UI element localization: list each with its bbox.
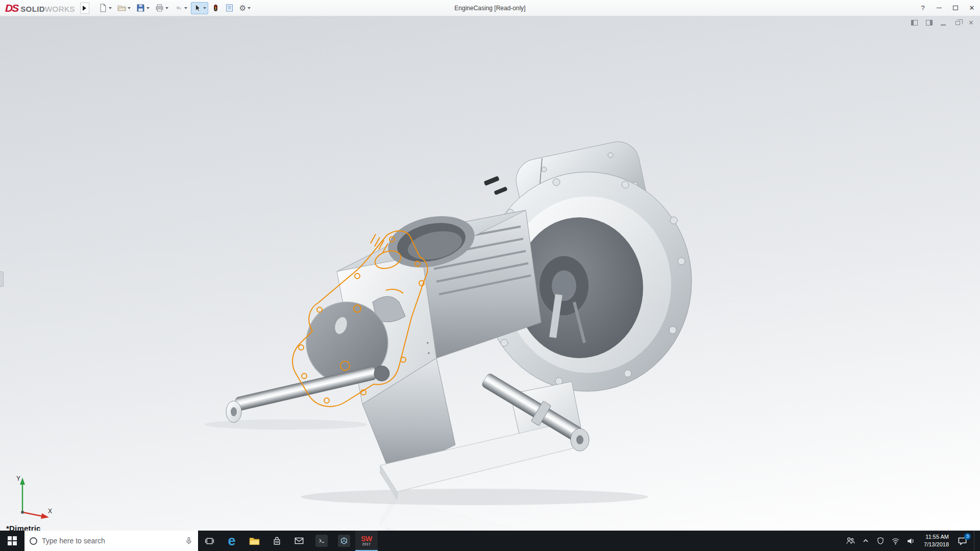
document-title: EngineCasing [Read-only] <box>454 5 525 12</box>
select-button[interactable] <box>191 2 208 14</box>
graphics-viewport[interactable]: Y X *Dimetric <box>0 16 980 531</box>
maximize-button[interactable] <box>947 0 964 16</box>
shield-icon[interactable] <box>876 537 885 545</box>
new-document-icon <box>99 4 107 12</box>
help-icon: ? <box>921 4 924 12</box>
taskbar-clock[interactable]: 11:55 AM 7/13/2018 <box>922 533 951 549</box>
triad-x-label: X <box>48 508 52 515</box>
taskbar-mail-button[interactable] <box>288 531 310 551</box>
save-icon <box>136 4 145 12</box>
undo-button[interactable] <box>172 2 189 14</box>
print-icon <box>155 4 164 12</box>
rebuild-icon <box>212 4 219 12</box>
chevron-down-icon[interactable] <box>109 7 112 9</box>
notification-badge: 3 <box>964 533 971 540</box>
solidworks-logo: DS SOLID WORKS <box>5 2 75 14</box>
engine-casing-model[interactable] <box>226 138 692 499</box>
volume-icon[interactable] <box>906 537 915 545</box>
help-button[interactable]: ? <box>915 0 931 16</box>
taskbar-store-button[interactable] <box>265 531 288 551</box>
chevron-down-icon[interactable] <box>128 7 131 9</box>
mail-icon <box>293 535 305 546</box>
store-icon <box>272 536 282 546</box>
solidworks-icon: SW 2017 <box>361 535 372 546</box>
undo-icon <box>174 4 183 12</box>
open-button[interactable] <box>115 2 133 14</box>
print-button[interactable] <box>153 2 170 14</box>
solidworks-letters: SW <box>361 535 372 542</box>
doc-restore-button[interactable] <box>955 21 960 25</box>
close-button[interactable]: ✕ <box>964 0 980 16</box>
select-cursor-icon <box>193 4 202 12</box>
taskbar-console-button[interactable] <box>310 531 333 551</box>
chevron-down-icon[interactable] <box>184 7 187 9</box>
microphone-icon[interactable] <box>185 537 193 545</box>
featuremanager-collapsed-tab[interactable] <box>0 271 4 287</box>
window-controls: ? ✕ <box>915 0 980 16</box>
chevron-down-icon[interactable] <box>165 7 168 9</box>
title-bar: DS SOLID WORKS <box>0 0 980 16</box>
doc-minimize-button[interactable] <box>941 24 946 26</box>
task-view-icon <box>204 536 215 546</box>
show-desktop-button[interactable] <box>974 531 978 551</box>
pane-left-icon[interactable] <box>911 20 918 26</box>
taskbar-edrawings-button[interactable] <box>333 531 355 551</box>
quick-access-toolbar: ⚙ <box>96 2 253 14</box>
floor-shadow <box>204 419 368 430</box>
edrawings-icon <box>338 535 350 547</box>
file-properties-icon <box>225 4 234 12</box>
triad-y-label: Y <box>16 475 20 482</box>
brand-text-bold: SOLID <box>20 5 45 13</box>
action-center-button[interactable]: 3 <box>958 536 967 546</box>
solidworks-year: 2017 <box>362 543 371 546</box>
network-icon[interactable] <box>891 537 900 545</box>
open-icon <box>117 4 126 12</box>
task-view-button[interactable] <box>198 531 220 551</box>
chevron-up-icon[interactable] <box>862 537 870 545</box>
system-tray: 11:55 AM 7/13/2018 3 <box>846 531 980 551</box>
edge-icon: e <box>228 534 235 548</box>
pane-right-icon[interactable] <box>926 20 933 26</box>
windows-logo-icon <box>8 536 17 545</box>
chevron-down-icon[interactable] <box>248 7 251 9</box>
chevron-down-icon[interactable] <box>203 7 206 9</box>
taskbar-search[interactable] <box>24 531 198 551</box>
maximize-icon <box>953 6 958 10</box>
start-button[interactable] <box>0 531 24 551</box>
save-button[interactable] <box>134 2 152 14</box>
orientation-triad-icon: Y X <box>7 470 54 519</box>
clock-time: 11:55 AM <box>925 533 949 541</box>
console-icon <box>315 535 328 547</box>
windows-taskbar: e SW 2017 <box>0 531 980 551</box>
taskbar-edge-button[interactable]: e <box>220 531 243 551</box>
new-document-button[interactable] <box>96 2 114 14</box>
taskbar-file-explorer-button[interactable] <box>243 531 265 551</box>
document-window-controls: ✕ <box>911 19 974 27</box>
minimize-icon <box>937 8 942 9</box>
floor-shadow <box>301 489 648 505</box>
close-icon: ✕ <box>969 4 975 12</box>
flyout-arrow-icon <box>83 6 86 11</box>
people-icon[interactable] <box>846 536 855 545</box>
cortana-icon <box>30 537 37 545</box>
file-explorer-icon <box>249 535 260 547</box>
doc-close-button[interactable]: ✕ <box>968 19 974 27</box>
view-orientation-label: *Dimetric <box>6 524 41 531</box>
rebuild-button[interactable] <box>210 2 222 14</box>
file-properties-button[interactable] <box>223 2 236 14</box>
menu-flyout-button[interactable] <box>80 3 89 14</box>
clock-date: 7/13/2018 <box>924 541 949 548</box>
minimize-button[interactable] <box>931 0 947 16</box>
ds-logo-icon: DS <box>5 2 18 14</box>
chevron-down-icon[interactable] <box>146 7 150 9</box>
brand-text-light: WORKS <box>45 5 75 13</box>
options-button[interactable]: ⚙ <box>237 2 253 14</box>
options-gear-icon: ⚙ <box>239 4 246 12</box>
taskbar-solidworks-button[interactable]: SW 2017 <box>355 531 378 551</box>
search-input[interactable] <box>42 537 180 545</box>
